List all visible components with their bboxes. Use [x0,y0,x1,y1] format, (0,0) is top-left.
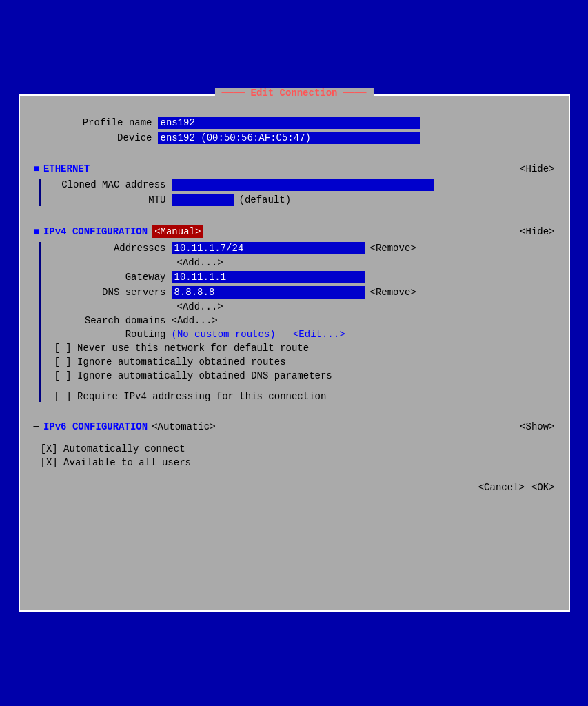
routing-label: Routing [48,329,172,340]
cancel-button[interactable]: <Cancel> [478,482,525,493]
ipv4-title: IPv4 CONFIGURATION [43,226,148,237]
search-domains-row: Search domains <Add...> [48,315,555,326]
mtu-label: MTU [48,194,172,205]
mtu-default: (default) [239,194,292,205]
auto-connect-row[interactable]: [X] Automatically connect [41,443,555,454]
addresses-add-button[interactable]: <Add...> [177,257,223,268]
gateway-row: Gateway 10.11.1.1 [48,271,555,283]
search-domains-add-button[interactable]: <Add...> [172,315,218,326]
ipv4-mode-badge[interactable]: <Manual> [152,225,203,238]
checkbox2-row[interactable]: [ ] Ignore automatically obtained routes [54,356,555,367]
dns-add-row: <Add...> [177,301,555,312]
dns-remove-button[interactable]: <Remove> [370,287,416,298]
checkbox4-label[interactable]: [ ] Require IPv4 addressing for this con… [54,391,327,402]
routing-row: Routing (No custom routes) <Edit...> [48,329,555,340]
checkbox3-row[interactable]: [ ] Ignore automatically obtained DNS pa… [54,370,555,381]
auto-connect-label[interactable]: [X] Automatically connect [41,443,185,454]
addresses-label: Addresses [48,243,172,254]
ipv4-bullet: ■ [34,226,39,237]
checkbox2-label[interactable]: [ ] Ignore automatically obtained routes [54,356,286,367]
routing-value: (No custom routes) <Edit...> [172,329,345,340]
device-label: Device [34,132,158,143]
dns-row: DNS servers 8.8.8.8 <Remove> [48,286,555,299]
ipv4-hide-button[interactable]: <Hide> [520,226,554,237]
bottom-buttons: <Cancel> <OK> [34,482,555,493]
dns-add-button[interactable]: <Add...> [177,301,223,312]
mtu-input[interactable] [172,194,234,206]
all-users-label[interactable]: [X] Available to all users [41,457,191,468]
ethernet-section-body: Cloned MAC address MTU (default) [39,179,555,206]
ethernet-bullet: ■ [34,163,39,174]
profile-name-input[interactable]: ens192 [158,117,420,129]
dns-label: DNS servers [48,287,172,298]
cloned-mac-row: Cloned MAC address [48,179,555,191]
ok-button[interactable]: <OK> [531,482,555,493]
ipv4-section-body: Addresses 10.11.1.7/24 <Remove> <Add...>… [39,242,555,402]
ipv6-section-header: ─ IPv6 CONFIGURATION <Automatic> <Show> [34,421,555,432]
ipv6-title: IPv6 CONFIGURATION [43,421,148,432]
routing-edit-button[interactable]: <Edit...> [293,329,345,340]
device-row: Device ens192 (00:50:56:AF:C5:47) [34,132,555,144]
search-domains-label: Search domains [48,315,172,326]
ethernet-title: ETHERNET [43,163,90,174]
cloned-mac-label: Cloned MAC address [48,179,172,190]
dialog-title: ──── Edit Connection ──── [214,88,373,99]
addresses-input[interactable]: 10.11.1.7/24 [172,242,365,254]
ethernet-hide-button[interactable]: <Hide> [520,163,554,174]
profile-name-label: Profile name [34,117,158,128]
ipv6-mode-button[interactable]: <Automatic> [152,421,215,432]
mtu-row: MTU (default) [48,194,555,206]
gateway-label: Gateway [48,272,172,283]
all-users-row[interactable]: [X] Available to all users [41,457,555,468]
addresses-add-row: <Add...> [177,257,555,268]
ipv6-show-button[interactable]: <Show> [520,421,554,432]
addresses-remove-button[interactable]: <Remove> [370,243,416,254]
profile-name-row: Profile name ens192 [34,117,555,129]
addresses-row: Addresses 10.11.1.7/24 <Remove> [48,242,555,254]
gateway-input[interactable]: 10.11.1.1 [172,271,365,283]
checkbox4-row[interactable]: [ ] Require IPv4 addressing for this con… [54,391,555,402]
checkbox3-label[interactable]: [ ] Ignore automatically obtained DNS pa… [54,370,332,381]
edit-connection-dialog: ──── Edit Connection ──── Profile name e… [19,94,570,612]
ipv4-section-header: ■ IPv4 CONFIGURATION <Manual> <Hide> [34,225,555,238]
dns-input[interactable]: 8.8.8.8 [172,286,365,299]
cloned-mac-input[interactable] [172,179,434,191]
device-input[interactable]: ens192 (00:50:56:AF:C5:47) [158,132,420,144]
checkbox1-row[interactable]: [ ] Never use this network for default r… [54,343,555,354]
checkbox1-label[interactable]: [ ] Never use this network for default r… [54,343,310,354]
ipv6-minus: ─ [34,421,39,432]
ethernet-section-header: ■ ETHERNET <Hide> [34,163,555,174]
dialog-title-text: Edit Connection [250,88,337,99]
